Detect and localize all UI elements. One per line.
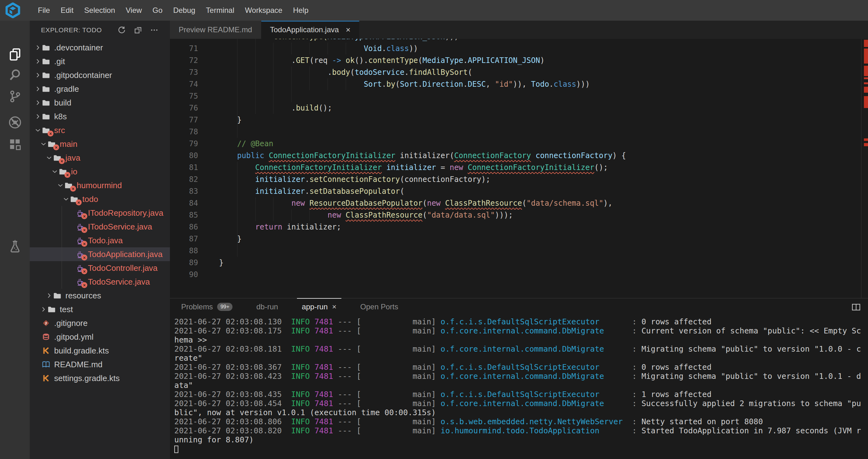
- chevron-right-icon[interactable]: [34, 44, 42, 51]
- tree-item-folder[interactable]: .git: [30, 55, 170, 68]
- menu-item-file[interactable]: File: [33, 0, 55, 21]
- chevron-down-icon[interactable]: [45, 154, 53, 162]
- test-flask-icon[interactable]: [8, 240, 22, 253]
- tree-item-folder[interactable]: ×io: [30, 165, 170, 178]
- code-line[interactable]: initializer.setDatabasePopulator(: [219, 185, 861, 197]
- extensions-icon[interactable]: [8, 138, 22, 151]
- tree-item-folder[interactable]: ×humourmind: [30, 178, 170, 192]
- indent-guide: [273, 209, 274, 221]
- search-icon[interactable]: [8, 68, 22, 81]
- code-line[interactable]: }: [219, 233, 861, 245]
- tree-item-folder[interactable]: .devcontainer: [30, 41, 170, 55]
- code-line[interactable]: // @Bean: [219, 138, 861, 150]
- panel-tab-open-ports[interactable]: Open Ports: [355, 298, 403, 315]
- tree-item-file[interactable]: .gitpod.yml: [30, 330, 170, 344]
- tree-item-file[interactable]: ×Todo.java: [30, 234, 170, 247]
- menu-item-view[interactable]: View: [121, 0, 147, 21]
- chevron-right-icon[interactable]: [34, 85, 42, 93]
- terminal-line: 2021-06-27 02:03:08.130 INFO 7481 --- [ …: [174, 317, 868, 326]
- code-line[interactable]: Void.class)): [219, 42, 861, 55]
- refresh-icon[interactable]: [117, 26, 126, 34]
- code-line[interactable]: .build();: [219, 102, 861, 114]
- tree-item-folder[interactable]: build: [30, 96, 170, 110]
- menu-items: FileEditSelectionViewGoDebugTerminalWork…: [33, 0, 314, 21]
- tree-item-folder[interactable]: .gitpodcontainer: [30, 68, 170, 82]
- tree-item-folder[interactable]: ×todo: [30, 192, 170, 206]
- menu-item-go[interactable]: Go: [147, 0, 168, 21]
- code-line[interactable]: .GET(req -> ok().contentType(MediaType.A…: [219, 55, 861, 66]
- code-line[interactable]: ConnectionFactoryInitializer initializer…: [219, 162, 861, 173]
- panel-tab-db-run[interactable]: db-run: [251, 298, 283, 315]
- tree-item-folder[interactable]: resources: [30, 289, 170, 303]
- editor-tab[interactable]: TodoApplication.java×: [261, 21, 359, 39]
- tree-item-file[interactable]: ×TodoController.java: [30, 261, 170, 275]
- tree-item-folder[interactable]: ×main: [30, 137, 170, 151]
- code-line[interactable]: .body(todoService.findAllBySort(: [219, 66, 861, 78]
- editor-code-area[interactable]: contentType(MediaType.APPLICATION_JSON))…: [219, 39, 861, 298]
- tree-item-folder[interactable]: .gradle: [30, 82, 170, 96]
- code-line[interactable]: [219, 90, 861, 102]
- chevron-right-icon[interactable]: [34, 113, 42, 120]
- tree-item-file[interactable]: ×ITodoService.java: [30, 220, 170, 234]
- menu-item-help[interactable]: Help: [287, 0, 313, 21]
- split-panel-icon[interactable]: [851, 302, 861, 312]
- close-icon[interactable]: ×: [346, 25, 350, 35]
- tree-item-file[interactable]: settings.gradle.kts: [30, 371, 170, 385]
- close-icon[interactable]: ×: [332, 303, 336, 311]
- more-actions-icon[interactable]: [150, 26, 159, 34]
- tree-item-file[interactable]: .gitignore: [30, 316, 170, 330]
- tree-item-folder[interactable]: ×src: [30, 123, 170, 137]
- chevron-right-icon[interactable]: [34, 99, 42, 107]
- tree-item-file[interactable]: README.md: [30, 357, 170, 371]
- chevron-right-icon[interactable]: [40, 306, 47, 313]
- chevron-down-icon[interactable]: [34, 126, 42, 134]
- tree-item-file[interactable]: ×ITodoRepository.java: [30, 206, 170, 220]
- tree-item-file[interactable]: ×TodoService.java: [30, 275, 170, 289]
- tree-item-file[interactable]: build.gradle.kts: [30, 344, 170, 357]
- chevron-down-icon[interactable]: [62, 195, 70, 203]
- code-line[interactable]: Sort.by(Sort.Direction.DESC, "id")), Tod…: [219, 78, 861, 90]
- menu-item-workspace[interactable]: Workspace: [240, 0, 288, 21]
- code-line[interactable]: [219, 269, 861, 281]
- terminal-line: 2021-06-27 02:03:08.181 INFO 7481 --- [ …: [174, 344, 868, 353]
- code-editor[interactable]: 7172737475767778798081828384858687888990…: [170, 39, 868, 298]
- tree-item-folder[interactable]: test: [30, 303, 170, 316]
- collapse-all-icon[interactable]: [134, 26, 143, 34]
- code-line[interactable]: return initializer;: [219, 221, 861, 233]
- code-line[interactable]: [219, 126, 861, 138]
- code-line[interactable]: contentType(MediaType.APPLICATION_JSON))…: [219, 39, 861, 42]
- chevron-down-icon[interactable]: [40, 140, 47, 148]
- menu-item-selection[interactable]: Selection: [79, 0, 121, 21]
- menu-item-terminal[interactable]: Terminal: [200, 0, 240, 21]
- code-line[interactable]: initializer.setConnectionFactory(connect…: [219, 173, 861, 185]
- code-line[interactable]: [219, 245, 861, 257]
- editor-gutter: 7172737475767778798081828384858687888990: [170, 39, 219, 298]
- indent-guide: [273, 66, 274, 78]
- menu-item-debug[interactable]: Debug: [168, 0, 200, 21]
- tree-item-label: build: [54, 98, 71, 108]
- code-line[interactable]: }: [219, 257, 861, 269]
- source-control-icon[interactable]: [8, 90, 22, 103]
- chevron-right-icon[interactable]: [34, 58, 42, 65]
- explorer-icon[interactable]: [8, 48, 22, 61]
- editor-tab[interactable]: Preview README.md: [170, 21, 261, 39]
- chevron-right-icon[interactable]: [34, 71, 42, 79]
- line-number: 86: [170, 221, 198, 233]
- tree-item-folder[interactable]: k8s: [30, 110, 170, 123]
- panel-tab-app-run[interactable]: app-run×: [297, 298, 342, 315]
- code-line[interactable]: new ResourceDatabasePopulator(new ClassP…: [219, 197, 861, 209]
- code-line[interactable]: public ConnectionFactoryInitializer init…: [219, 150, 861, 162]
- code-line[interactable]: new ClassPathResource("data/data.sql")))…: [219, 209, 861, 221]
- terminal-output[interactable]: 2021-06-27 02:03:08.130 INFO 7481 --- [ …: [174, 317, 868, 459]
- menu-item-edit[interactable]: Edit: [55, 0, 79, 21]
- tree-item-folder[interactable]: ×java: [30, 151, 170, 165]
- code-line[interactable]: }: [219, 114, 861, 126]
- gitpod-logo-icon: [5, 2, 21, 18]
- debug-disabled-icon[interactable]: [8, 116, 22, 129]
- chevron-down-icon[interactable]: [57, 181, 64, 189]
- tree-item-file[interactable]: ×TodoApplication.java: [30, 247, 170, 261]
- panel-tab-problems[interactable]: Problems99+: [176, 298, 238, 315]
- chevron-right-icon[interactable]: [45, 292, 53, 299]
- chevron-down-icon[interactable]: [51, 168, 59, 175]
- overview-ruler[interactable]: [861, 39, 868, 298]
